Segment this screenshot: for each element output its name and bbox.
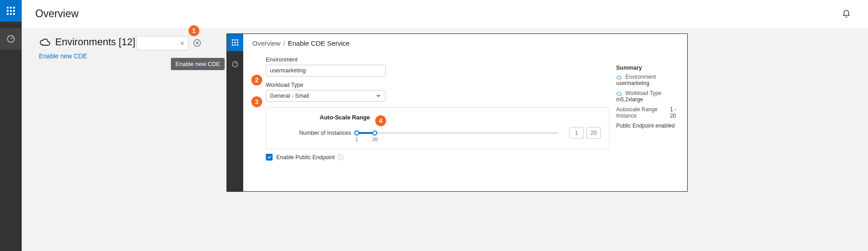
svg-rect-7 [10,13,12,15]
svg-rect-17 [232,44,233,46]
instances-max-input[interactable]: 20 [586,127,601,139]
summary-heading: Summary [616,65,682,71]
workload-type-select[interactable]: General - Small [266,90,386,102]
add-environment-tooltip: Enable new CDE [171,58,225,70]
breadcrumb-separator: / [283,39,285,47]
public-endpoint-checkbox-row: Enable Public Endpoint i [266,154,610,161]
apps-launcher-button[interactable] [0,0,22,22]
slider-max-tick: 20 [372,137,377,142]
overview-nav-item[interactable] [0,28,22,50]
svg-rect-0 [7,7,9,9]
public-endpoint-checkbox[interactable] [266,154,273,161]
autoscale-title: Auto-Scale Range [320,114,601,121]
clear-search-icon[interactable]: ✕ [180,40,184,47]
svg-rect-3 [7,10,9,12]
inner-apps-launcher-button[interactable] [227,34,243,51]
callout-marker-3: 3 [251,96,262,107]
inner-left-rail [227,34,243,191]
breadcrumb: Overview / Enable CDE Service [252,34,687,53]
svg-rect-19 [237,44,238,46]
svg-rect-14 [232,42,233,43]
environments-title: Environments [12] [55,36,135,48]
breadcrumb-root[interactable]: Overview [252,39,281,47]
breadcrumb-current: Enable CDE Service [288,39,350,47]
cloud-outline-icon [616,91,622,96]
svg-rect-1 [10,7,12,9]
info-icon[interactable]: i [338,154,344,160]
bell-icon [842,9,851,19]
svg-rect-4 [10,10,12,12]
summary-panel: Summary Environment usermarketng Workloa… [616,65,682,133]
notifications-button[interactable] [838,6,854,22]
instances-label: Number of Instances [274,130,356,136]
add-environment-button[interactable] [192,38,202,48]
cloud-icon [39,38,51,47]
page-title: Overview [35,8,79,20]
inner-overview-nav-item[interactable] [227,56,243,73]
gauge-icon [231,61,239,68]
environment-input[interactable]: usermarketing [266,65,386,76]
cloud-outline-icon [616,75,622,80]
svg-rect-8 [13,13,15,15]
environment-input-value: usermarketing [270,67,306,74]
check-icon [267,155,272,160]
svg-rect-15 [234,42,236,43]
instances-slider[interactable]: 1 20 [356,132,558,134]
apps-grid-icon [6,6,15,15]
callout-marker-1: 1 [189,25,199,36]
plus-circle-icon [193,39,201,47]
workload-type-label: Workload Type [266,82,610,88]
page-header: Overview [22,0,868,28]
summary-workload: Workload Type m5.2xlarge [616,90,682,103]
workload-type-value: General - Small [270,93,309,99]
summary-environment: Environment usermarketng [616,74,682,86]
instances-min-input[interactable]: 1 [569,127,584,139]
slider-min-tick: 1 [355,137,358,142]
environments-search-input[interactable]: ✕ [137,36,189,50]
public-endpoint-label: Enable Public Endpoint [276,154,335,161]
callout-marker-4: 4 [375,115,386,126]
svg-rect-2 [13,7,15,9]
summary-autoscale: Autoscale Range Instance 1 - 20 [616,106,682,119]
svg-rect-18 [234,44,236,46]
slider-max-handle[interactable] [373,131,377,136]
svg-rect-12 [234,39,236,41]
svg-rect-5 [13,10,15,12]
autoscale-card: Auto-Scale Range Number of Instances 1 2… [266,107,609,149]
environment-label: Environment [266,57,610,63]
left-rail [0,0,22,251]
apps-grid-icon [231,39,239,46]
svg-rect-13 [237,39,238,41]
cde-form: Environment usermarketing Workload Type … [252,57,610,161]
callout-marker-2: 2 [251,75,262,85]
content-area: Environments [12] Enable new CDE ✕ Enabl… [22,28,868,251]
enable-cde-preview-panel: Overview / Enable CDE Service Environmen… [226,33,688,192]
svg-rect-6 [7,13,9,15]
summary-endpoint: Public Endpoint enabled [616,123,682,129]
gauge-icon [6,34,15,43]
svg-rect-11 [232,39,233,41]
svg-rect-16 [237,42,238,43]
enable-new-cde-link[interactable]: Enable new CDE [39,52,87,60]
environments-heading: Environments [12] [39,36,135,48]
slider-min-handle[interactable] [354,131,359,136]
